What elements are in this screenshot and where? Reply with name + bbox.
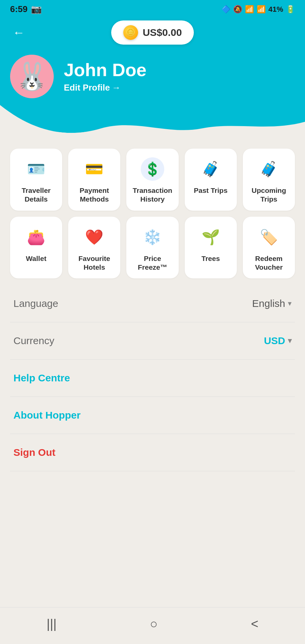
favourite-hotels-icon: ❤️: [83, 225, 106, 249]
upcoming-trips-label: Upcoming Trips: [247, 186, 291, 204]
wallet-icon: 👛: [25, 225, 48, 249]
trees-icon: 🌱: [199, 225, 222, 249]
balance-text: US$0.00: [143, 27, 182, 38]
menu-item-price-freeze[interactable]: ❄️ Price Freeze™: [126, 217, 178, 279]
transaction-history-icon: 💲: [141, 157, 164, 181]
menu-grid-row1: 🪪 Traveller Details 💳 Payment Methods 💲 …: [10, 149, 295, 211]
transaction-history-label: Transaction History: [130, 186, 174, 204]
about-hopper-link: About Hopper: [13, 410, 81, 421]
menu-item-wallet[interactable]: 👛 Wallet: [10, 217, 62, 279]
menu-item-traveller-details[interactable]: 🪪 Traveller Details: [10, 149, 62, 211]
currency-value-container: USD ▾: [264, 335, 292, 346]
price-freeze-label: Price Freeze™: [130, 254, 174, 272]
currency-label: Currency: [13, 335, 54, 346]
past-trips-label: Past Trips: [194, 186, 227, 195]
redeem-voucher-icon: 🏷️: [257, 225, 280, 249]
upcoming-trips-icon: 🧳: [257, 157, 280, 181]
balance-pill: 🪙 US$0.00: [111, 20, 194, 45]
menu-item-trees[interactable]: 🌱 Trees: [185, 217, 237, 279]
price-freeze-icon: ❄️: [141, 225, 164, 249]
header-top: ← 🪙 US$0.00: [10, 20, 295, 45]
currency-chevron-down-icon: ▾: [288, 336, 292, 345]
camera-icon: 📷: [31, 4, 42, 14]
bluetooth-icon: 🔷: [221, 5, 230, 14]
recent-apps-button[interactable]: |||: [37, 614, 67, 634]
payment-methods-label: Payment Methods: [72, 186, 116, 204]
sign-out-row[interactable]: Sign Out: [10, 434, 295, 471]
wave-divider: [0, 105, 305, 139]
battery-icon: 🔋: [286, 5, 295, 14]
traveller-details-label: Traveller Details: [14, 186, 58, 204]
home-button[interactable]: ○: [140, 614, 168, 634]
language-value: English: [252, 298, 285, 309]
profile-name: John Doe: [64, 60, 146, 80]
language-value-container: English ▾: [252, 298, 292, 309]
back-nav-button[interactable]: <: [241, 614, 268, 634]
favourite-hotels-label: Favourite Hotels: [72, 254, 116, 272]
coin-icon: 🪙: [123, 25, 138, 40]
menu-item-favourite-hotels[interactable]: ❤️ Favourite Hotels: [68, 217, 120, 279]
status-right: 🔷 🔕 📶 📶 41% 🔋: [221, 5, 295, 14]
content-area: 🪪 Traveller Details 💳 Payment Methods 💲 …: [0, 139, 305, 471]
signal-icon: 📶: [257, 5, 266, 14]
help-centre-row[interactable]: Help Centre: [10, 360, 295, 397]
back-button[interactable]: ←: [10, 23, 28, 42]
menu-item-payment-methods[interactable]: 💳 Payment Methods: [68, 149, 120, 211]
past-trips-icon: 🧳: [199, 157, 222, 181]
bottom-nav: ||| ○ <: [0, 607, 305, 644]
about-hopper-row[interactable]: About Hopper: [10, 397, 295, 434]
traveller-details-icon: 🪪: [25, 157, 48, 181]
sign-out-link: Sign Out: [13, 447, 55, 458]
wallet-label: Wallet: [26, 254, 46, 263]
language-label: Language: [13, 298, 58, 309]
menu-item-transaction-history[interactable]: 💲 Transaction History: [126, 149, 178, 211]
avatar-image: 🐰: [15, 63, 49, 90]
wifi-icon: 📶: [245, 5, 254, 14]
mute-icon: 🔕: [233, 5, 242, 14]
currency-value: USD: [264, 335, 285, 346]
currency-row[interactable]: Currency USD ▾: [10, 322, 295, 360]
trees-label: Trees: [202, 254, 220, 263]
help-centre-link: Help Centre: [13, 372, 70, 383]
profile-info: John Doe Edit Profile→: [64, 60, 146, 93]
profile-section: 🐰 John Doe Edit Profile→: [10, 55, 295, 98]
menu-grid-row2: 👛 Wallet ❤️ Favourite Hotels ❄️ Price Fr…: [10, 217, 295, 279]
status-left: 6:59 📷: [10, 4, 42, 14]
language-row[interactable]: Language English ▾: [10, 285, 295, 322]
menu-item-upcoming-trips[interactable]: 🧳 Upcoming Trips: [243, 149, 295, 211]
payment-methods-icon: 💳: [83, 157, 106, 181]
avatar: 🐰: [10, 55, 54, 98]
status-time: 6:59: [10, 4, 28, 14]
status-bar: 6:59 📷 🔷 🔕 📶 📶 41% 🔋: [0, 0, 305, 17]
menu-item-redeem-voucher[interactable]: 🏷️ Redeem Voucher: [243, 217, 295, 279]
chevron-down-icon: ▾: [288, 299, 292, 308]
redeem-voucher-label: Redeem Voucher: [247, 254, 291, 272]
settings-list: Language English ▾ Currency USD ▾ Help C…: [10, 285, 295, 471]
edit-profile-link[interactable]: Edit Profile→: [64, 83, 146, 93]
battery-text: 41%: [268, 5, 283, 14]
menu-item-past-trips[interactable]: 🧳 Past Trips: [185, 149, 237, 211]
